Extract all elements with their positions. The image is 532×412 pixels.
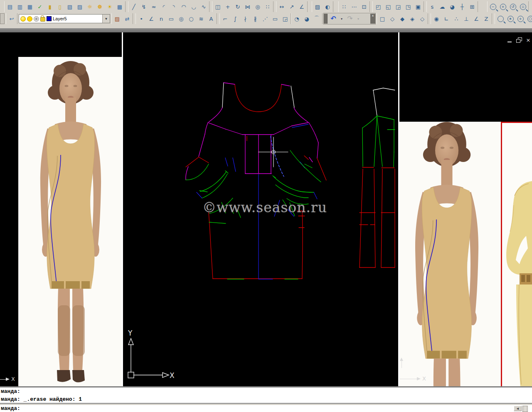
arc-start-center-button[interactable]: ◝ — [169, 2, 179, 12]
make-object-layer-current-button[interactable]: ▤ — [5, 2, 15, 12]
viewports-button[interactable]: ⊞ — [468, 2, 477, 12]
edit-spline-button[interactable]: ∫ — [231, 14, 240, 24]
zoom-center-button[interactable]: + — [516, 14, 525, 24]
dim-aligned-button[interactable]: ↗ — [287, 2, 297, 12]
box-3d-button[interactable]: ▣ — [414, 2, 423, 12]
clipped-toolbar-button[interactable] — [0, 13, 5, 24]
redo-button[interactable]: ↷ — [344, 14, 356, 24]
break-2point-button[interactable]: ∦ — [251, 14, 260, 24]
zoom-in-button[interactable]: + — [498, 2, 508, 12]
close-button-icon[interactable]: × — [525, 37, 531, 43]
snap-angle-button[interactable]: ∠ — [147, 14, 156, 24]
arc-continue-button[interactable]: ◠ — [179, 2, 189, 12]
zoom-realtime-button[interactable] — [496, 14, 505, 24]
viewport-left[interactable]: X — [0, 32, 122, 386]
rotate-button[interactable]: ↻ — [233, 2, 243, 12]
ucs-previous-button[interactable]: ∟ — [442, 14, 451, 24]
layer-bulb-button[interactable]: ☀ — [105, 2, 115, 12]
array-button[interactable]: ∷ — [263, 2, 273, 12]
spline-button[interactable]: ∿ — [199, 2, 209, 12]
layer-copy-objects-button[interactable]: ▧ — [65, 2, 75, 12]
fillet-arc-button[interactable]: ⌒ — [312, 14, 322, 24]
ucs-z-axis-button[interactable]: Z — [482, 14, 491, 24]
undo-button[interactable]: ↶ — [328, 14, 339, 24]
layer-match-button[interactable]: ▦ — [25, 2, 35, 12]
undo-dropdown-button[interactable]: ▾ — [339, 14, 344, 24]
zoom-out-button[interactable]: − — [488, 2, 498, 12]
minimize-button-icon[interactable] — [507, 37, 513, 43]
point-single-button[interactable]: • — [137, 14, 146, 24]
layer-states-manager-button[interactable]: ▨ — [113, 14, 122, 24]
sketch-button[interactable]: s — [428, 2, 437, 12]
point-measure-button[interactable]: ⊡ — [360, 2, 369, 12]
layer-fade-button[interactable]: ▩ — [115, 2, 125, 12]
zoom-window-button[interactable]: ▫ — [518, 2, 528, 12]
mirror-button[interactable]: ⋈ — [243, 2, 253, 12]
offset-button[interactable]: ◎ — [253, 2, 263, 12]
layer-combobox-dropdown-button[interactable]: ▼ — [102, 15, 110, 23]
divide-n-button[interactable]: n — [157, 14, 166, 24]
ellipse-arc-button[interactable]: ◔ — [292, 14, 302, 24]
freehand-sketch-button[interactable]: ≈ — [149, 2, 159, 12]
restore-button-icon[interactable] — [516, 37, 522, 43]
dim-angular-button[interactable]: ∠ — [297, 2, 307, 12]
solid-box-button[interactable]: □ — [378, 14, 387, 24]
ucs-3point-button[interactable]: ∴ — [452, 14, 461, 24]
wipeout-button[interactable]: ◕ — [448, 2, 457, 12]
command-input-line[interactable]: манда: — [0, 405, 532, 412]
point-divide-button[interactable]: ⋯ — [350, 2, 359, 12]
point-style-button[interactable]: ∷ — [340, 2, 349, 12]
line-button[interactable]: ╱ — [129, 2, 139, 12]
layer-unlock-button[interactable]: ▯ — [55, 2, 65, 12]
viewport-center-drawing[interactable]: Y X ©www.season.ru — [123, 32, 398, 386]
layout-button[interactable]: ▭ — [271, 14, 280, 24]
rectangle-button[interactable]: ▭ — [167, 14, 176, 24]
zoom-all-button[interactable]: ∗ — [506, 14, 515, 24]
command-scroll-left-button[interactable]: ◀ — [514, 406, 522, 411]
ellipse-button[interactable]: ○ — [187, 14, 196, 24]
command-scrollbar-thumb[interactable] — [522, 406, 528, 412]
ucs-world-button[interactable]: ◉ — [432, 14, 441, 24]
move-button[interactable]: + — [223, 2, 233, 12]
toolbar-close-button[interactable]: x — [370, 14, 375, 24]
dim-linear-button[interactable]: ↔ — [277, 2, 287, 12]
solid-cone-button[interactable]: ◆ — [398, 14, 407, 24]
viewport-right[interactable]: × X — [399, 32, 532, 386]
layer-isolate-button[interactable]: ▨ — [75, 2, 85, 12]
copy-button[interactable]: ◫ — [213, 2, 223, 12]
zoom-object-button[interactable]: ○ — [526, 14, 532, 24]
layer-walk-button[interactable]: ▥ — [15, 2, 25, 12]
break-at-point-button[interactable]: ┼ — [458, 2, 467, 12]
gradient-button[interactable]: ◐ — [323, 2, 332, 12]
hatch-button[interactable]: ▨ — [313, 2, 323, 12]
named-view-button[interactable]: ◲ — [281, 14, 290, 24]
revision-cloud-button[interactable]: ☁ — [438, 2, 447, 12]
revision-blob-button[interactable]: ≋ — [197, 14, 206, 24]
ucs-object-button[interactable]: ⊥ — [462, 14, 471, 24]
layer-combobox[interactable]: Layer5 ▼ — [19, 14, 110, 23]
layer-settings-button[interactable]: ☸ — [95, 2, 105, 12]
edit-polyline-button[interactable]: ⌐ — [221, 14, 230, 24]
box-view-se-button[interactable]: ◲ — [394, 2, 403, 12]
box-view-ne-button[interactable]: ◳ — [404, 2, 413, 12]
layer-lock-button[interactable]: ▮ — [45, 2, 55, 12]
ucs-view-button[interactable]: ∠ — [472, 14, 481, 24]
solid-sphere-button[interactable]: ◈ — [408, 14, 417, 24]
solid-torus-button[interactable]: ◇ — [418, 14, 427, 24]
layer-on-check-button[interactable]: ✓ — [35, 2, 45, 12]
text-button[interactable]: A — [207, 14, 216, 24]
break-button[interactable]: ∤ — [241, 14, 250, 24]
arc-chord-button[interactable]: ◡ — [189, 2, 199, 12]
donut-button[interactable]: ◎ — [177, 14, 186, 24]
arc-3point-button[interactable]: ◜ — [159, 2, 169, 12]
layer-translate-button[interactable]: ⇄ — [123, 14, 132, 24]
boundary-button[interactable]: ◕ — [302, 14, 312, 24]
solid-wedge-button[interactable]: ◇ — [388, 14, 397, 24]
toolbar-drag-handle[interactable] — [324, 14, 328, 24]
box-view-sw-button[interactable]: ◱ — [384, 2, 393, 12]
redo-dropdown-button[interactable]: ▾ — [356, 14, 361, 24]
layer-previous-button[interactable]: ↩ — [7, 14, 17, 24]
polyline-button[interactable]: ↯ — [139, 2, 149, 12]
layer-freeze-button[interactable]: ☼ — [85, 2, 95, 12]
zoom-previous-button[interactable]: ↺ — [508, 2, 518, 12]
